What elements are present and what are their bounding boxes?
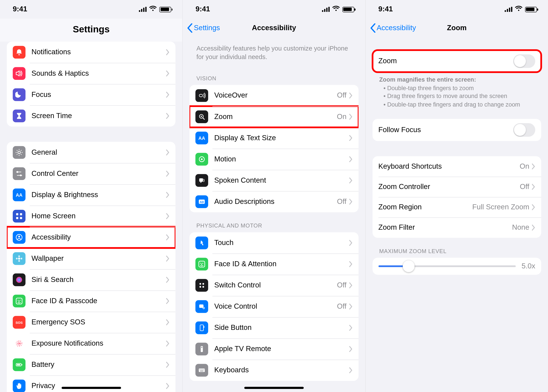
chevron-right-icon	[349, 177, 353, 183]
row-side-button[interactable]: Side Button	[190, 317, 358, 338]
chevron-right-icon	[349, 282, 353, 288]
row-general[interactable]: General	[7, 142, 176, 163]
chevron-right-icon	[349, 156, 353, 162]
bell-icon	[13, 46, 25, 59]
chevron-right-icon	[166, 341, 170, 347]
row-emergency-sos[interactable]: SOSEmergency SOS	[7, 312, 176, 333]
row-detail: On	[337, 112, 346, 121]
row-apple-tv-remote[interactable]: Apple TV Remote	[190, 338, 358, 359]
row-motion[interactable]: Motion	[190, 148, 358, 169]
row-screen-time[interactable]: Screen Time	[7, 105, 176, 126]
row-detail: Off	[337, 197, 346, 206]
row-focus[interactable]: Focus	[7, 84, 176, 105]
row-siri-search[interactable]: Siri & Search	[7, 269, 176, 291]
svg-text:SOS: SOS	[15, 321, 23, 324]
row-label: Keyboard Shortcuts	[378, 162, 520, 171]
row-label: Display & Text Size	[214, 133, 349, 142]
chevron-right-icon	[166, 49, 170, 55]
row-voice-control[interactable]: Voice ControlOff	[190, 296, 358, 317]
home-indicator[interactable]	[244, 387, 304, 389]
row-zoom-controller[interactable]: Zoom ControllerOff	[372, 177, 541, 197]
svg-rect-49	[200, 369, 200, 370]
max-zoom-slider[interactable]	[378, 266, 516, 267]
chevron-right-icon	[349, 261, 353, 267]
svg-rect-25	[22, 364, 22, 365]
chevron-right-icon	[532, 204, 535, 210]
row-touch[interactable]: Touch	[190, 232, 358, 253]
chevron-right-icon	[166, 319, 170, 325]
keyboard-icon	[196, 364, 208, 377]
row-sounds-haptics[interactable]: Sounds & Haptics	[7, 63, 176, 84]
row-privacy[interactable]: Privacy	[7, 375, 176, 392]
gear-icon	[13, 146, 25, 159]
home-indicator[interactable]	[62, 387, 121, 389]
svg-rect-26	[199, 94, 203, 97]
row-zoom[interactable]: ZoomOn	[190, 106, 358, 127]
cellular-icon	[505, 7, 512, 12]
row-label: Side Button	[214, 323, 349, 332]
sliders-icon	[13, 167, 25, 180]
motion-icon	[196, 153, 208, 165]
chevron-right-icon	[349, 367, 353, 373]
back-button[interactable]: Accessibility	[370, 23, 416, 33]
row-zoom-region[interactable]: Zoom RegionFull Screen Zoom	[372, 197, 541, 217]
zoom-toggle-switch[interactable]	[513, 54, 535, 68]
row-label: Voice Control	[214, 302, 337, 311]
row-home-screen[interactable]: Home Screen	[7, 205, 176, 227]
row-audio-descriptions[interactable]: ADAudio DescriptionsOff	[190, 191, 358, 212]
back-button[interactable]: Settings	[187, 23, 220, 33]
row-accessibility[interactable]: Accessibility	[7, 227, 176, 248]
row-display-text-size[interactable]: AADisplay & Text Size	[190, 127, 358, 148]
ad-icon: AD	[196, 195, 208, 208]
row-keyboard-shortcuts[interactable]: Keyboard ShortcutsOn	[372, 156, 541, 177]
siri-icon	[13, 273, 25, 286]
chevron-right-icon	[166, 70, 170, 76]
chevron-right-icon	[166, 383, 170, 389]
row-spoken-content[interactable]: Spoken Content	[190, 169, 358, 191]
chevron-right-icon	[166, 92, 170, 98]
max-zoom-slider-row: 5.0x	[372, 258, 541, 275]
row-display-brightness[interactable]: AADisplay & Brightness	[7, 184, 176, 205]
follow-focus-switch[interactable]	[513, 123, 535, 137]
chevron-right-icon	[349, 303, 353, 309]
row-keyboards[interactable]: Keyboards	[190, 359, 358, 381]
hand-icon	[13, 379, 25, 392]
row-label: Wallpaper	[31, 254, 166, 263]
row-zoom-filter[interactable]: Zoom FilterNone	[372, 218, 541, 238]
row-label: Siri & Search	[31, 276, 166, 284]
chevron-right-icon	[166, 234, 170, 240]
spoken-icon	[196, 174, 208, 187]
follow-focus-row[interactable]: Follow Focus	[372, 119, 541, 141]
row-label: Screen Time	[31, 112, 166, 120]
row-label: Zoom Region	[378, 203, 472, 212]
svg-rect-44	[200, 325, 204, 330]
svg-rect-50	[201, 369, 202, 370]
remote-icon	[196, 342, 208, 355]
row-notifications[interactable]: Notifications	[7, 42, 176, 63]
cellular-icon	[322, 7, 330, 12]
battery-icon	[342, 7, 354, 12]
zoom-toggle-row[interactable]: Zoom	[372, 50, 541, 72]
svg-text:AD: AD	[200, 200, 204, 203]
section-header-physical: PHYSICAL AND MOTOR	[190, 212, 358, 232]
row-face-id-passcode[interactable]: Face ID & Passcode	[7, 291, 176, 312]
chevron-right-icon	[166, 298, 170, 304]
row-detail: Full Screen Zoom	[472, 203, 529, 212]
svg-rect-24	[17, 364, 20, 365]
chevron-right-icon	[532, 184, 535, 190]
row-wallpaper[interactable]: Wallpaper	[7, 248, 176, 269]
svg-point-12	[18, 260, 20, 262]
svg-rect-42	[199, 304, 204, 308]
row-battery[interactable]: Battery	[7, 354, 176, 375]
chevron-right-icon	[532, 164, 535, 169]
row-label: Battery	[31, 361, 166, 369]
chevron-right-icon	[166, 149, 170, 155]
zoom-toggle-label: Zoom	[378, 57, 513, 65]
row-switch-control[interactable]: Switch ControlOff	[190, 274, 358, 296]
row-control-center[interactable]: Control Center	[7, 163, 176, 184]
row-voiceover[interactable]: VoiceOverOff	[190, 85, 358, 106]
row-face-id-attention[interactable]: Face ID & Attention	[190, 253, 358, 274]
aa-icon: AA	[196, 132, 208, 144]
battery-icon	[160, 7, 171, 12]
row-exposure-notifications[interactable]: Exposure Notifications	[7, 333, 176, 354]
